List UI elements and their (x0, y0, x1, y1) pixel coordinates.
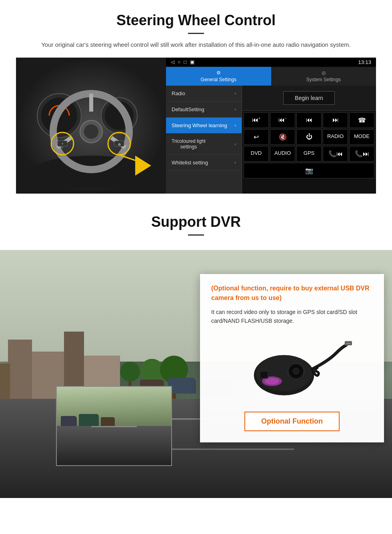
ctrl-mute[interactable]: 🔇 (270, 129, 295, 145)
ctrl-gps[interactable]: GPS (296, 146, 322, 162)
preview-road (57, 426, 171, 465)
ctrl-phone[interactable]: ☎ (349, 112, 374, 128)
controls-row-3: DVD AUDIO GPS 📞⏮ 📞⏭ (244, 146, 374, 162)
begin-learn-button[interactable]: Begin learn (283, 91, 335, 105)
menu-tricoloured[interactable]: Tricoloured lightsettings › (166, 134, 242, 155)
dvr-description: It can record video only to storage in G… (211, 308, 373, 326)
android-menu: Radio › DefaultSetting › Steering Wheel … (166, 86, 242, 194)
tab-general-settings[interactable]: ⚙ General Settings (166, 67, 271, 86)
dvr-camera-svg (232, 337, 352, 401)
dvr-camera-image (211, 333, 373, 405)
menu-whitelist-label: Whitelist setting (172, 160, 208, 166)
android-content: Radio › DefaultSetting › Steering Wheel … (166, 86, 376, 194)
vehicle-2 (168, 378, 196, 394)
svg-point-26 (265, 378, 279, 384)
menu-tricoloured-label: Tricoloured lightsettings (172, 138, 206, 150)
ctrl-vol-down[interactable]: ⏮− (270, 112, 295, 128)
menu-radio-arrow: › (234, 91, 236, 96)
dvr-section: Support DVR (0, 202, 392, 498)
steering-description: Your original car's steering wheel contr… (32, 40, 360, 50)
svg-point-10 (84, 124, 98, 139)
optional-function-button[interactable]: Optional Function (244, 412, 340, 431)
building-5 (0, 364, 10, 404)
menu-default-arrow: › (234, 107, 236, 112)
back-icon[interactable]: ◁ (171, 59, 174, 65)
steering-photo: + − ⚙ (16, 58, 166, 194)
preview-car-3 (101, 417, 115, 426)
menu-tricoloured-arrow: › (234, 142, 236, 146)
menu-whitelist[interactable]: Whitelist setting › (166, 155, 242, 171)
svg-text:+: + (61, 142, 63, 146)
ctrl-camera[interactable]: 📷 (244, 163, 374, 178)
ctrl-next-track[interactable]: ⏭ (323, 112, 348, 128)
home-icon[interactable]: ○ (178, 59, 180, 65)
svg-rect-28 (346, 343, 351, 344)
svg-text:⚙: ⚙ (118, 143, 120, 146)
preview-line (91, 426, 137, 427)
ctrl-vol-up[interactable]: ⏮+ (244, 112, 269, 128)
ctrl-radio[interactable]: RADIO (323, 129, 348, 145)
android-panel: ◁ ○ □ ▣ 13:13 ⚙ General Settings ◎ Syste… (166, 58, 376, 194)
dvr-title-area: Support DVR (0, 202, 392, 250)
menu-steering-wheel-learning[interactable]: Steering Wheel learning › (166, 118, 242, 134)
ctrl-prev-track[interactable]: ⏮ (296, 112, 322, 128)
ctrl-phone-prev[interactable]: 📞⏮ (323, 146, 348, 162)
dvr-title: Support DVR (16, 214, 376, 230)
steering-photo-bg: + − ⚙ (16, 58, 166, 194)
general-settings-label: General Settings (201, 77, 236, 82)
menu-radio[interactable]: Radio › (166, 86, 242, 102)
tab-system-settings[interactable]: ◎ System Settings (271, 67, 376, 86)
system-icon: ◎ (322, 70, 326, 76)
preview-car-2 (79, 414, 99, 426)
controls-grid: ⏮+ ⏮− ⏮ ⏭ ☎ ↩ 🔇 ⏻ RADIO MODE (242, 111, 376, 194)
menu-steering-label: Steering Wheel learning (172, 122, 227, 128)
android-right-panel: Begin learn ⏮+ ⏮− ⏮ ⏭ ☎ ↩ (242, 86, 376, 194)
dvr-optional-text: (Optional function, require to buy exter… (211, 284, 373, 303)
svg-rect-29 (260, 371, 268, 378)
svg-text:−: − (61, 146, 63, 150)
ctrl-dvd[interactable]: DVD (244, 146, 269, 162)
svg-point-24 (293, 368, 299, 374)
dvr-small-preview (56, 386, 172, 466)
steering-wheel-svg: + − ⚙ (27, 64, 155, 188)
system-settings-label: System Settings (306, 77, 341, 82)
ctrl-back[interactable]: ↩ (244, 129, 269, 145)
menu-default-label: DefaultSetting (172, 106, 204, 112)
ctrl-phone-next[interactable]: 📞⏭ (349, 146, 374, 162)
building-1 (8, 340, 32, 404)
steering-ui-container: + − ⚙ ◁ ○ □ ▣ (16, 58, 376, 194)
dvr-info-card: (Optional function, require to buy exter… (200, 274, 384, 443)
title-divider (188, 33, 204, 34)
recents-icon[interactable]: □ (184, 59, 186, 65)
statusbar-time: 13:13 (358, 59, 371, 65)
ctrl-audio[interactable]: AUDIO (270, 146, 295, 162)
dvr-preview-inner (57, 387, 171, 465)
android-tabs: ⚙ General Settings ◎ System Settings (166, 67, 376, 86)
dvr-photo-background: (Optional function, require to buy exter… (0, 250, 392, 498)
menu-radio-label: Radio (172, 90, 185, 96)
controls-row-2: ↩ 🔇 ⏻ RADIO MODE (244, 129, 374, 145)
preview-car-1 (61, 416, 77, 426)
menu-default-setting[interactable]: DefaultSetting › (166, 102, 242, 118)
menu-steering-arrow: › (234, 123, 236, 128)
menu-icon[interactable]: ▣ (190, 59, 194, 65)
ctrl-power[interactable]: ⏻ (296, 129, 322, 145)
gear-icon: ⚙ (216, 70, 221, 76)
android-statusbar: ◁ ○ □ ▣ 13:13 (166, 58, 376, 67)
begin-learn-row: Begin learn (242, 86, 376, 111)
ctrl-mode[interactable]: MODE (349, 129, 374, 145)
statusbar-nav: ◁ ○ □ ▣ (171, 59, 194, 65)
steering-title: Steering Wheel Control (16, 12, 376, 29)
dvr-divider (188, 234, 204, 236)
controls-row-4: 📷 (244, 163, 374, 178)
menu-whitelist-arrow: › (234, 160, 236, 165)
steering-section: Steering Wheel Control Your original car… (0, 0, 392, 202)
controls-row-1: ⏮+ ⏮− ⏮ ⏭ ☎ (244, 112, 374, 128)
